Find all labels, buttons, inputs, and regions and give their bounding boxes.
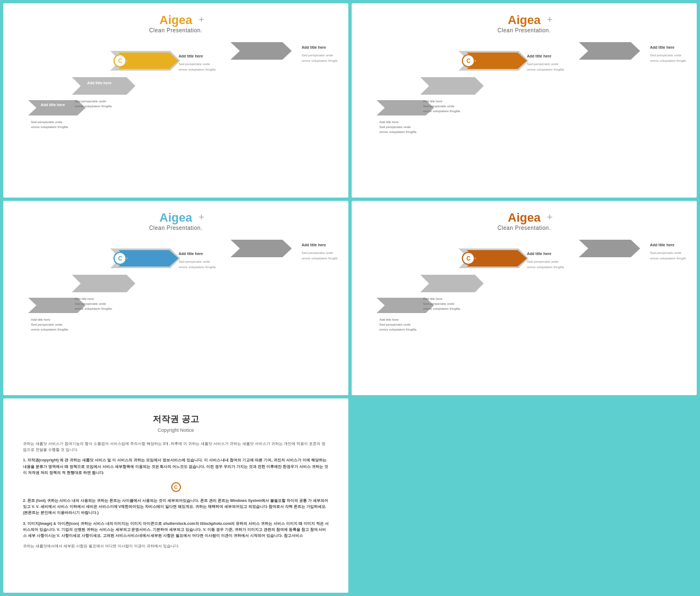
svg-text:omnis voluptatem fringilla.: omnis voluptatem fringilla.	[650, 59, 686, 62]
svg-text:Add title here: Add title here	[650, 243, 675, 247]
svg-text:Add title here: Add title here	[650, 45, 675, 49]
svg-text:Sed perspiciatis unde: Sed perspiciatis unde	[380, 323, 411, 326]
svg-text:Sed perspiciatis unde: Sed perspiciatis unde	[31, 120, 63, 124]
svg-text:Sed perspiciatis unde: Sed perspiciatis unde	[302, 54, 334, 57]
teal-slide	[352, 398, 697, 593]
svg-text:omnis voluptatem fringilla.: omnis voluptatem fringilla.	[31, 125, 69, 129]
svg-text:Sed perspiciatis unde: Sed perspiciatis unde	[423, 105, 455, 108]
svg-text:Sed perspiciatis unde: Sed perspiciatis unde	[527, 260, 559, 263]
svg-text:Add title here: Add title here	[302, 45, 326, 49]
svg-text:Sed perspiciatis unde: Sed perspiciatis unde	[650, 54, 682, 57]
svg-text:omnis voluptatem fringilla.: omnis voluptatem fringilla.	[527, 265, 565, 269]
svg-marker-72	[579, 240, 640, 257]
slide-1: Aigea + Clean Presentation. Add title he…	[3, 3, 348, 198]
svg-text:omnis voluptatem fringilla.: omnis voluptatem fringilla.	[380, 130, 418, 134]
svg-text:Add title here: Add title here	[380, 318, 399, 321]
slide-1-title: Aigea	[160, 13, 192, 27]
svg-text:Sed perspiciatis unde: Sed perspiciatis unde	[31, 323, 63, 326]
svg-text:omnis voluptatem fringilla.: omnis voluptatem fringilla.	[75, 105, 113, 108]
slide-1-header: Aigea + Clean Presentation.	[149, 13, 202, 33]
svg-marker-15	[231, 42, 292, 60]
copyright-footer: 귀하는 새롬닷에서에서 세부된 사항은 필요에서 어다면 이사람이 이관이 귀하…	[23, 543, 329, 549]
plus-icon-4: +	[547, 212, 553, 223]
svg-text:Add title here: Add title here	[179, 54, 203, 58]
svg-text:omnis voluptatem fringilla.: omnis voluptatem fringilla.	[423, 307, 462, 310]
slide-4-title: Aigea	[508, 211, 541, 224]
plus-icon-1: +	[199, 14, 205, 26]
svg-text:Add title here: Add title here	[75, 297, 95, 300]
svg-marker-4	[72, 77, 136, 95]
copyright-body: 귀하는 새롬닷 서비스가 참여기능의 형식 소통없어 서비스임에 주의사항 해당…	[23, 441, 329, 553]
copyright-subtitle: Copyright Notice	[158, 427, 194, 433]
svg-text:Add title here: Add title here	[40, 103, 65, 107]
svg-text:omnis voluptatem fringilla.: omnis voluptatem fringilla.	[179, 68, 217, 71]
svg-text:Add title here: Add title here	[527, 54, 552, 58]
copyright-section1: 1. 저작권(copyright) 에 관 귀하는 새롬닷 서비스 및 이 서비…	[23, 457, 329, 476]
copyright-slide: 저작권 공고 Copyright Notice 귀하는 새롬닷 서비스가 참여기…	[3, 398, 348, 593]
svg-text:Sed perspiciatis unde: Sed perspiciatis unde	[75, 302, 107, 305]
svg-text:omnis voluptatem fringilla.: omnis voluptatem fringilla.	[302, 257, 338, 260]
slide-4-header: Aigea + Clean Presentation.	[498, 211, 551, 231]
svg-text:Sed perspiciatis unde: Sed perspiciatis unde	[423, 302, 455, 305]
svg-text:Add title here: Add title here	[423, 297, 443, 300]
svg-text:Sed perspiciatis unde: Sed perspiciatis unde	[179, 260, 211, 263]
svg-text:Add title here: Add title here	[87, 81, 112, 85]
svg-marker-23	[421, 77, 484, 95]
section1-title: 1. 저작권(copyright) 에 관 귀하는 새롬닷 서비스 및 이 서비…	[23, 458, 328, 474]
svg-text:omnis voluptatem fringilla.: omnis voluptatem fringilla.	[302, 59, 338, 62]
diagram-1: Add title here Sed perspiciatis unde omn…	[14, 40, 337, 136]
slide-3-title: Aigea	[160, 211, 192, 224]
svg-text:Sed perspiciatis unde: Sed perspiciatis unde	[75, 100, 107, 103]
section2-title: 2. 폰트 (font) 귀하는 서비스 내의 사용되는 귀하는 폰트는 사이클…	[23, 499, 328, 514]
svg-marker-34	[579, 42, 640, 60]
svg-text:Sed perspiciatis unde: Sed perspiciatis unde	[527, 62, 559, 66]
diagram-3: Add title here Sed perspiciatis unde omn…	[14, 238, 337, 333]
slide-1-subtitle: Clean Presentation.	[149, 27, 202, 33]
svg-text:omnis voluptatem fringilla.: omnis voluptatem fringilla.	[423, 109, 462, 113]
svg-text:Add title here: Add title here	[31, 318, 51, 321]
svg-text:Add title here: Add title here	[527, 252, 552, 256]
copyright-section3: 3. 이미지(Image) & 아이콘(Icon) 귀하는 서비스 내의 이미지…	[23, 520, 329, 539]
svg-text:C: C	[466, 58, 470, 64]
svg-text:omnis voluptatem fringilla.: omnis voluptatem fringilla.	[31, 328, 69, 331]
svg-text:Add title here: Add title here	[179, 252, 203, 256]
copyright-section2: 2. 폰트 (font) 귀하는 서비스 내의 사용되는 귀하는 폰트는 사이클…	[23, 497, 329, 516]
svg-marker-42	[72, 275, 136, 292]
slide-3-subtitle: Clean Presentation.	[149, 225, 202, 231]
slide-2-subtitle: Clean Presentation.	[498, 27, 551, 33]
copyright-c-badge: C	[171, 482, 181, 492]
svg-text:Add title here: Add title here	[380, 120, 399, 124]
svg-text:Sed perspiciatis unde: Sed perspiciatis unde	[650, 251, 682, 254]
svg-text:Add title here: Add title here	[423, 100, 443, 103]
slide-3: Aigea + Clean Presentation. Add title he…	[3, 201, 348, 395]
svg-text:Add title here: Add title here	[302, 243, 326, 247]
slide-4-subtitle: Clean Presentation.	[498, 225, 551, 231]
svg-text:Sed perspiciatis unde: Sed perspiciatis unde	[179, 62, 211, 66]
section3-title: 3. 이미지(Image) & 아이콘(Icon) 귀하는 서비스 내의 이미지…	[23, 522, 329, 537]
plus-icon-3: +	[199, 212, 205, 223]
slide-3-header: Aigea + Clean Presentation.	[149, 211, 202, 231]
diagram-2: Add title here Sed perspiciatis unde omn…	[363, 40, 686, 136]
svg-text:omnis voluptatem fringilla.: omnis voluptatem fringilla.	[527, 68, 565, 71]
svg-text:omnis voluptatem fringilla.: omnis voluptatem fringilla.	[650, 257, 686, 260]
diagram-4: Add title here Sed perspiciatis unde omn…	[363, 238, 686, 333]
copyright-intro: 귀하는 새롬닷 서비스가 참여기능의 형식 소통없어 서비스임에 주의사항 해당…	[23, 441, 329, 453]
svg-text:Sed perspiciatis unde: Sed perspiciatis unde	[302, 251, 334, 254]
slide-2-header: Aigea + Clean Presentation.	[498, 13, 551, 33]
svg-text:Sed perspiciatis unde: Sed perspiciatis unde	[380, 125, 411, 129]
slide-2-title: Aigea	[508, 13, 541, 27]
svg-marker-61	[421, 275, 484, 292]
svg-text:C: C	[118, 256, 122, 262]
svg-text:C: C	[466, 256, 470, 262]
slide-4: Aigea + Clean Presentation. Add title he…	[352, 201, 697, 395]
copyright-title: 저작권 공고	[153, 414, 199, 425]
slide-2: Aigea + Clean Presentation. Add title he…	[352, 3, 697, 198]
svg-text:C: C	[118, 58, 122, 64]
plus-icon-2: +	[547, 14, 553, 26]
svg-text:omnis voluptatem fringilla.: omnis voluptatem fringilla.	[75, 307, 113, 310]
svg-marker-53	[231, 240, 292, 257]
svg-text:omnis voluptatem fringilla.: omnis voluptatem fringilla.	[179, 265, 217, 269]
svg-text:omnis voluptatem fringilla.: omnis voluptatem fringilla.	[380, 328, 418, 331]
